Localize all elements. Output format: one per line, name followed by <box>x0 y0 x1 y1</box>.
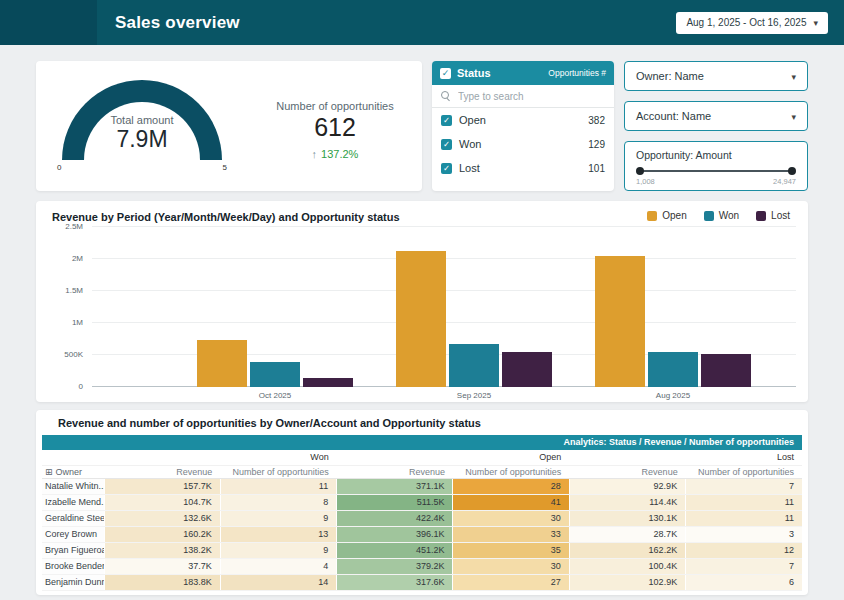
status-filter-item-open[interactable]: Open382 <box>432 108 614 132</box>
value-cell: 317.6K <box>337 574 453 590</box>
search-icon <box>441 91 451 101</box>
status-item-label: Lost <box>459 162 480 174</box>
value-cell: 104.7K <box>104 494 220 510</box>
status-item-count: 101 <box>588 163 605 174</box>
account-filter-dropdown[interactable]: Account: Name <box>624 101 808 131</box>
value-cell: 13 <box>220 526 336 542</box>
dashboard-body: Total amount 7.9M 0 5 Number of opportun… <box>0 45 844 595</box>
slider-track <box>639 170 793 172</box>
legend-item-open[interactable]: Open <box>647 210 686 221</box>
column-header-5: Revenue <box>569 465 685 478</box>
status-filter-item-lost[interactable]: Lost101 <box>432 156 614 180</box>
amount-range-filter: Opportunity: Amount 1,008 24,947 <box>624 141 808 191</box>
value-cell: 92.9K <box>569 478 685 494</box>
value-cell: 12 <box>686 542 802 558</box>
table-row[interactable]: Benjamin Dunn183.8K14317.6K27102.9K6 <box>42 574 802 590</box>
value-cell: 7 <box>686 558 802 574</box>
bar-open-sep-2025[interactable] <box>396 251 446 387</box>
opportunities-kpi: Number of opportunities 612 137.2% <box>248 61 422 191</box>
table-row[interactable]: Brooke Bender37.7K4379.2K30100.4K7 <box>42 558 802 574</box>
status-filter-title: Status <box>457 67 491 79</box>
table-row[interactable]: Bryan Figueroa138.2K9451.2K35162.2K12 <box>42 542 802 558</box>
amount-range-slider[interactable] <box>636 166 796 176</box>
date-range-button[interactable]: Aug 1, 2025 - Oct 16, 2025 <box>676 12 828 34</box>
value-cell: 28 <box>453 478 569 494</box>
bar-lost-oct-2025[interactable] <box>303 378 353 387</box>
value-cell: 7 <box>686 478 802 494</box>
y-axis-tick: 500K <box>64 350 83 359</box>
bar-open-oct-2025[interactable] <box>197 340 247 387</box>
select-all-checkbox-icon[interactable] <box>440 68 451 79</box>
bar-won-oct-2025[interactable] <box>250 362 300 387</box>
table-row[interactable]: Geraldine Steel132.6K9422.4K30130.1K11 <box>42 510 802 526</box>
table-row[interactable]: Izabelle Mend...104.7K8511.5K41114.4K11 <box>42 494 802 510</box>
value-cell: 114.4K <box>569 494 685 510</box>
bar-lost-aug-2025[interactable] <box>701 354 751 387</box>
checkbox-checked-icon[interactable] <box>441 163 452 174</box>
bars-sep-2025 <box>396 227 552 387</box>
bar-open-aug-2025[interactable] <box>595 256 645 387</box>
y-axis-tick: 2M <box>72 254 83 263</box>
value-cell: 11 <box>686 494 802 510</box>
amount-min-value: 1,008 <box>636 177 655 186</box>
bar-lost-sep-2025[interactable] <box>502 352 552 387</box>
value-cell: 511.5K <box>337 494 453 510</box>
legend-item-won[interactable]: Won <box>704 210 739 221</box>
value-cell: 11 <box>686 510 802 526</box>
table-row[interactable]: Natalie Whitn...157.7K11371.1K2892.9K7 <box>42 478 802 494</box>
expand-rows-icon[interactable] <box>45 467 56 477</box>
chevron-down-icon <box>813 17 818 28</box>
owner-filter-dropdown[interactable]: Owner: Name <box>624 61 808 91</box>
status-search-input[interactable] <box>458 91 605 102</box>
x-axis-label: Sep 2025 <box>457 387 491 403</box>
owner-cell: Geraldine Steel <box>42 510 104 526</box>
bar-won-aug-2025[interactable] <box>648 352 698 387</box>
value-cell: 102.9K <box>569 574 685 590</box>
legend-item-lost[interactable]: Lost <box>756 210 790 221</box>
checkbox-checked-icon[interactable] <box>441 115 452 126</box>
legend-label: Won <box>719 210 739 221</box>
column-header-3: Revenue <box>337 465 453 478</box>
owner-cell: Bryan Figueroa <box>42 542 104 558</box>
slider-handle-max[interactable] <box>788 167 796 175</box>
gauge-scale-min: 0 <box>57 163 61 172</box>
up-arrow-icon <box>312 148 322 160</box>
y-axis-tick: 2.5M <box>65 222 83 231</box>
value-cell: 41 <box>453 494 569 510</box>
filters-column: Owner: Name Account: Name Opportunity: A… <box>624 61 808 191</box>
value-cell: 157.7K <box>104 478 220 494</box>
bar-group-sep-2025: Sep 2025 <box>396 227 552 403</box>
checkbox-checked-icon[interactable] <box>441 139 452 150</box>
status-filter-item-won[interactable]: Won129 <box>432 132 614 156</box>
header: Sales overview Aug 1, 2025 - Oct 16, 202… <box>0 0 844 45</box>
owner-cell: Benjamin Dunn <box>42 574 104 590</box>
bar-won-sep-2025[interactable] <box>449 344 499 387</box>
value-cell: 396.1K <box>337 526 453 542</box>
value-cell: 371.1K <box>337 478 453 494</box>
status-item-count: 129 <box>588 139 605 150</box>
column-header-6: Number of opportunities <box>686 465 802 478</box>
chart-title: Revenue by Period (Year/Month/Week/Day) … <box>52 211 400 223</box>
slider-handle-min[interactable] <box>636 167 644 175</box>
legend-label: Open <box>662 210 686 221</box>
value-cell: 30 <box>453 510 569 526</box>
status-filter-panel: Status Opportunities # Open382Won129Lost… <box>432 61 614 191</box>
y-axis-tick: 0 <box>79 382 83 391</box>
gauge-value: 7.9M <box>84 126 200 153</box>
value-cell: 14 <box>220 574 336 590</box>
analytics-banner: Analytics: Status / Revenue / Number of … <box>42 435 802 450</box>
owner-cell: Brooke Bender <box>42 558 104 574</box>
owner-account-grid: WonOpenLostOwnerRevenueNumber of opportu… <box>42 450 802 591</box>
value-cell: 100.4K <box>569 558 685 574</box>
amount-range-values: 1,008 24,947 <box>636 177 796 186</box>
opportunities-label: Number of opportunities <box>248 100 422 112</box>
bar-group-aug-2025: Aug 2025 <box>595 227 751 403</box>
chart-legend: OpenWonLost <box>647 210 796 221</box>
value-cell: 160.2K <box>104 526 220 542</box>
table-row[interactable]: Corey Brown160.2K13396.1K3328.7K3 <box>42 526 802 542</box>
legend-swatch <box>756 211 766 221</box>
x-axis-label: Aug 2025 <box>656 387 690 403</box>
kpi-row: Total amount 7.9M 0 5 Number of opportun… <box>36 61 808 191</box>
value-cell: 3 <box>686 526 802 542</box>
total-amount-gauge: Total amount 7.9M 0 5 <box>36 61 248 191</box>
